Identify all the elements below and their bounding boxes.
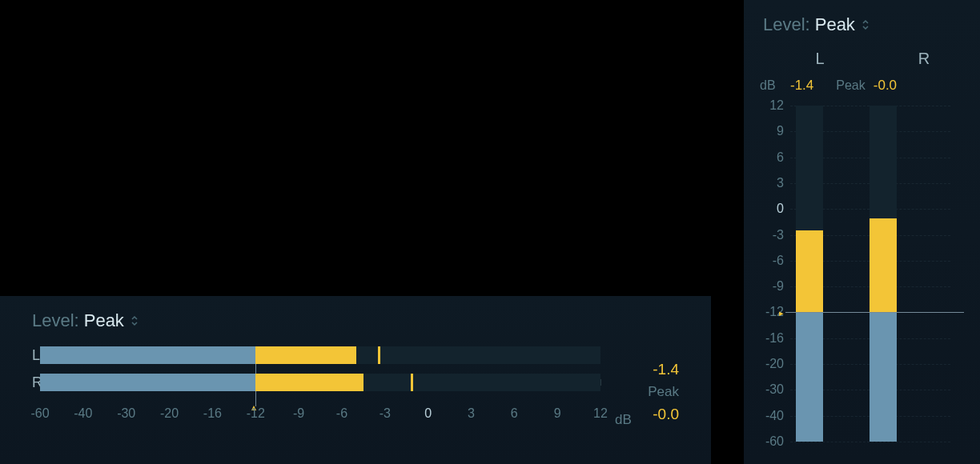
level-label-v: Level: bbox=[763, 14, 810, 35]
h-scale-tick: -60 bbox=[30, 406, 49, 421]
v-scale-tick: -16 bbox=[760, 331, 784, 346]
horizontal-db-label: dB bbox=[615, 412, 632, 428]
meter-row-left: L bbox=[0, 346, 711, 365]
horizontal-readout-column: -1.4 Peak -0.0 bbox=[631, 358, 679, 426]
h-scale-tick: -6 bbox=[336, 406, 347, 421]
v-scale-tick: -20 bbox=[760, 357, 784, 371]
meter-fill-blue-r bbox=[40, 374, 255, 391]
vertical-meter-panel: Level: Peak L R dB -1.4 Peak -0.0 129630… bbox=[744, 0, 980, 464]
v-scale-tick: 0 bbox=[760, 202, 784, 216]
meter-peak-mark-l bbox=[378, 346, 380, 364]
horizontal-scale: -60-40-30-20-16-12-9-6-3036912 bbox=[40, 400, 600, 424]
v-db-label: dB bbox=[760, 78, 782, 93]
meter-track-r bbox=[40, 374, 600, 391]
v-db-value: -1.4 bbox=[790, 78, 813, 94]
v-peak-label: Peak bbox=[836, 78, 865, 93]
v-scale-tick: -9 bbox=[760, 279, 784, 294]
level-mode-dropdown[interactable]: Level: Peak bbox=[0, 296, 711, 331]
h-scale-tick: 3 bbox=[468, 406, 475, 421]
meter-fill-yellow-r bbox=[255, 374, 363, 391]
meter-peak-mark-r bbox=[411, 374, 413, 391]
readout-peak-label: Peak bbox=[631, 381, 679, 403]
meter-row-right: R bbox=[0, 373, 711, 392]
vertical-meter-area: 129630-3-6-9-12-16-20-30-40-60 ▸ bbox=[744, 106, 980, 442]
h-scale-tick: 6 bbox=[511, 406, 518, 421]
meter-fill-yellow-l bbox=[255, 346, 356, 364]
v-bar-yellow-l bbox=[796, 230, 823, 312]
v-scale-tick: -30 bbox=[760, 382, 784, 397]
meter-fill-blue-l bbox=[40, 346, 255, 364]
h-scale-tick: -3 bbox=[380, 406, 391, 421]
vertical-bars bbox=[796, 106, 897, 442]
level-mode-value-v: Peak bbox=[815, 14, 855, 35]
v-bar-l bbox=[796, 106, 823, 442]
v-bar-blue-r bbox=[870, 312, 897, 442]
h-scale-tick: 12 bbox=[593, 406, 608, 421]
v-bar-yellow-r bbox=[870, 218, 897, 312]
horizontal-meter-panel: Level: Peak ▴ L R -1.4 Peak bbox=[0, 296, 711, 464]
v-scale-tick: 6 bbox=[760, 150, 784, 165]
vertical-readouts: dB -1.4 Peak -0.0 bbox=[744, 78, 980, 94]
v-peak-value: -0.0 bbox=[874, 78, 897, 94]
h-scale-tick: -30 bbox=[117, 406, 135, 421]
h-scale-tick: -20 bbox=[160, 406, 179, 421]
v-bar-r bbox=[870, 106, 897, 442]
h-scale-tick: 9 bbox=[554, 406, 561, 421]
v-scale-tick: 9 bbox=[760, 124, 784, 138]
v-bar-blue-l bbox=[796, 312, 823, 442]
v-scale-tick: -60 bbox=[760, 434, 784, 449]
readout-l-value: -1.4 bbox=[631, 358, 679, 381]
h-scale-tick: -9 bbox=[293, 406, 304, 421]
readout-r-value: -0.0 bbox=[631, 403, 679, 426]
h-scale-tick: -40 bbox=[74, 406, 92, 421]
v-scale-tick: 3 bbox=[760, 176, 784, 190]
level-mode-dropdown-v[interactable]: Level: Peak bbox=[744, 0, 980, 35]
v-scale-tick: -6 bbox=[760, 254, 784, 268]
v-scale-tick: -40 bbox=[760, 409, 784, 423]
h-scale-tick: -12 bbox=[247, 406, 265, 421]
h-scale-tick: 0 bbox=[424, 406, 432, 421]
channel-label-l: L bbox=[0, 347, 40, 364]
level-label: Level: bbox=[32, 310, 79, 331]
meter-track-l bbox=[40, 346, 600, 364]
v-scale-tick: -12 bbox=[760, 305, 784, 319]
v-channel-label-l: L bbox=[792, 50, 848, 68]
level-mode-value: Peak bbox=[84, 310, 124, 331]
channel-label-r: R bbox=[0, 374, 40, 391]
vertical-channel-labels: L R bbox=[744, 50, 980, 68]
h-scale-tick: -16 bbox=[203, 406, 222, 421]
chevron-up-down-icon-v bbox=[862, 19, 870, 30]
v-channel-label-r: R bbox=[896, 50, 952, 68]
chevron-up-down-icon bbox=[131, 315, 139, 326]
v-scale-tick: -3 bbox=[760, 228, 784, 242]
v-scale-tick: 12 bbox=[760, 98, 784, 113]
